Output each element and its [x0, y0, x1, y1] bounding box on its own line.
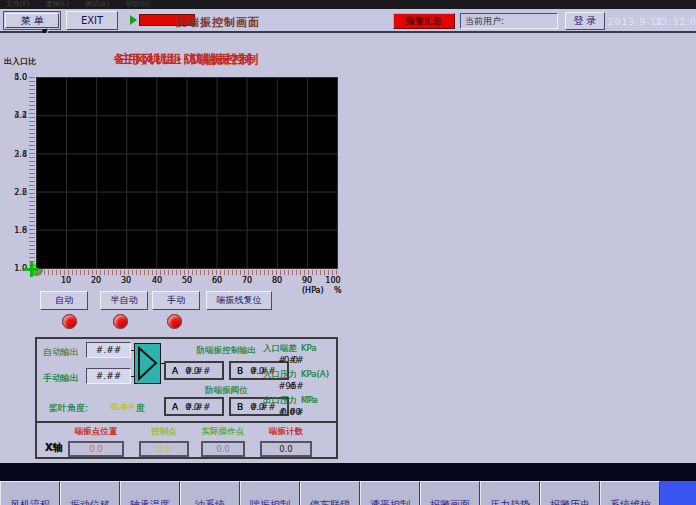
- y-tick: 2.8: [8, 150, 27, 159]
- bottom-taskbar: 风机流程 振动位移 轴承温度 油系统 喘振控制 停车联锁 透平控制 报警画面 压…: [0, 463, 696, 505]
- x-tick: 10: [56, 276, 76, 285]
- toolbar: 菜 单 EXIT 防喘振控制画面 报警汇总 当前用户: 登 录 2013-9-1…: [0, 9, 696, 33]
- taskbar-oil-system[interactable]: 油系统: [180, 481, 240, 505]
- outlet-pressure-value: #.##: [265, 407, 317, 417]
- inlet-diff-value: #.##: [265, 355, 317, 365]
- x-tick: 80: [267, 276, 287, 285]
- x-unit-label: (HPa): [302, 286, 324, 295]
- alarm-summary-button[interactable]: 报警汇总: [393, 13, 455, 29]
- menu-item-file[interactable]: 文件(F): [6, 0, 30, 9]
- taskbar-bearing-temp[interactable]: 轴承温度: [120, 481, 180, 505]
- taskbar-vibration[interactable]: 振动位移: [60, 481, 120, 505]
- taskbar-alarm-screen[interactable]: 报警画面: [420, 481, 480, 505]
- valve-position-a: A#.##: [164, 397, 224, 416]
- inlet-diff-unit: KPa: [301, 343, 317, 353]
- y-tick: 2.2: [8, 188, 27, 197]
- control-point-cell: 控制点 0.0: [135, 426, 193, 457]
- time-display: 15:32:07: [655, 17, 696, 27]
- taskbar-system-maintenance[interactable]: 系统维护: [600, 481, 660, 505]
- x-axis-readout-box: X轴 喘振点位置 0.0 控制点 0.0 实际操作点 0.0 喘振计数 0.0: [35, 421, 338, 459]
- selector-block: [134, 343, 161, 384]
- semi-auto-mode-button[interactable]: 半自动: [100, 291, 148, 310]
- y-tick: 3.4: [8, 111, 27, 120]
- x-tick: 20: [86, 276, 106, 285]
- x-axis-ruler: [36, 270, 338, 275]
- operating-point-value: 0.0: [201, 441, 245, 457]
- taskbar-pressure-trend[interactable]: 压力趋势: [480, 481, 540, 505]
- surge-point-label: 喘振点位置: [59, 426, 133, 438]
- taskbar-fan-process[interactable]: 风机流程: [0, 481, 60, 505]
- taskbar-button-row: 风机流程 振动位移 轴承温度 油系统 喘振控制 停车联锁 透平控制 报警画面 压…: [0, 481, 696, 505]
- surge-count-label: 喘振计数: [253, 426, 319, 438]
- play-icon: [130, 15, 137, 25]
- auto-mode-button[interactable]: 自动: [40, 291, 88, 310]
- x-tick: 100: [323, 276, 343, 285]
- y-tick: 1.6: [8, 226, 27, 235]
- inlet-pressure-value: #.##: [265, 381, 317, 391]
- auto-output-label: 自动输出: [43, 346, 79, 359]
- menu-button-frame: 菜 单: [3, 11, 61, 30]
- auto-mode-lamp: [62, 314, 77, 329]
- anti-surge-control-screen: 文件(F) 逻辑(L) 调试(A) 帮助(H) 菜 单 EXIT 防喘振控制画面…: [0, 0, 696, 505]
- menu-item-debug[interactable]: 调试(A): [85, 0, 109, 9]
- outlet-pressure-unit: KPa: [301, 395, 317, 405]
- backup-fan-panel: 出入口比 备用风机组-防喘振控制 4.0 3.4 2.8 2.2 1.6 1.0…: [0, 33, 348, 463]
- surge-count-value: 0.0: [260, 441, 312, 457]
- surge-line-reset-button[interactable]: 喘振线复位: [206, 291, 272, 310]
- x-tick: 50: [177, 276, 197, 285]
- y-axis-ruler: [29, 77, 35, 270]
- outlet-pressure-label: 出口压力: [263, 395, 297, 407]
- inlet-pressure-label: 入口压力: [263, 369, 297, 381]
- menu-button[interactable]: 菜 单: [5, 13, 59, 28]
- selector-triangle-icon: [135, 344, 160, 383]
- exit-button[interactable]: EXIT: [66, 11, 118, 30]
- menu-item-logic[interactable]: 逻辑(L): [46, 0, 69, 9]
- semi-auto-mode-lamp: [113, 314, 128, 329]
- taskbar-turbine-control[interactable]: 透平控制: [360, 481, 420, 505]
- current-user-field[interactable]: 当前用户:: [460, 13, 558, 29]
- taskbar-surge-control[interactable]: 喘振控制: [240, 481, 300, 505]
- main-area: 出入口比 主风机组-防喘振控制 5.0 4.2 3.4 2.6 1.8 1.0 …: [0, 33, 696, 463]
- taskbar-alarm-history[interactable]: 报警历史: [540, 481, 600, 505]
- blade-angle-unit: 度: [136, 402, 145, 415]
- surge-point-value: 0.0: [68, 441, 124, 457]
- active-screen-indicator: [660, 481, 696, 505]
- taskbar-stop-interlock[interactable]: 停车联锁: [300, 481, 360, 505]
- operating-point-cell: 实际操作点 0.0: [195, 426, 251, 457]
- control-point-value: 0.0: [139, 441, 189, 457]
- manual-output-label: 手动输出: [43, 372, 79, 385]
- manual-mode-lamp: [167, 314, 182, 329]
- auto-output-value: #.##: [86, 342, 131, 358]
- manual-mode-button[interactable]: 手动: [152, 291, 200, 310]
- inlet-pressure-unit: KPa(A): [301, 369, 329, 379]
- chart-title: 备用风机组-防喘振控制: [36, 51, 338, 68]
- x-tick: 40: [147, 276, 167, 285]
- y-tick: 4.0: [8, 73, 27, 82]
- menu-bar: 文件(F) 逻辑(L) 调试(A) 帮助(H): [0, 0, 696, 9]
- x-tick: 30: [116, 276, 136, 285]
- blade-angle-label: 桨叶角度:: [49, 402, 88, 415]
- control-point-label: 控制点: [135, 426, 193, 438]
- manual-output-value: #.##: [86, 368, 131, 384]
- menu-item-help[interactable]: 帮助(H): [125, 0, 150, 9]
- control-io-box: 自动输出 #.## 手动输出 #.## 防喘振控制输出 A#.## B#.## …: [35, 337, 338, 423]
- login-button[interactable]: 登 录: [565, 12, 605, 30]
- x-tick: 70: [237, 276, 257, 285]
- inlet-diff-label: 入口喘差: [263, 343, 297, 355]
- surge-point-cell: 喘振点位置 0.0: [59, 426, 133, 457]
- surge-count-cell: 喘振计数 0.0: [253, 426, 319, 457]
- blade-angle-value: #.##: [109, 402, 131, 412]
- x-tick: 90: [297, 276, 317, 285]
- screen-title: 防喘振控制画面: [176, 15, 260, 30]
- control-output-a: A#.##: [164, 361, 224, 380]
- operating-point-label: 实际操作点: [195, 426, 251, 438]
- operating-point-marker: [24, 262, 39, 277]
- x-unit-percent: %: [334, 286, 342, 295]
- surge-chart-plot: [36, 77, 338, 269]
- y-axis-label: 出入口比: [4, 56, 36, 67]
- x-tick: 60: [207, 276, 227, 285]
